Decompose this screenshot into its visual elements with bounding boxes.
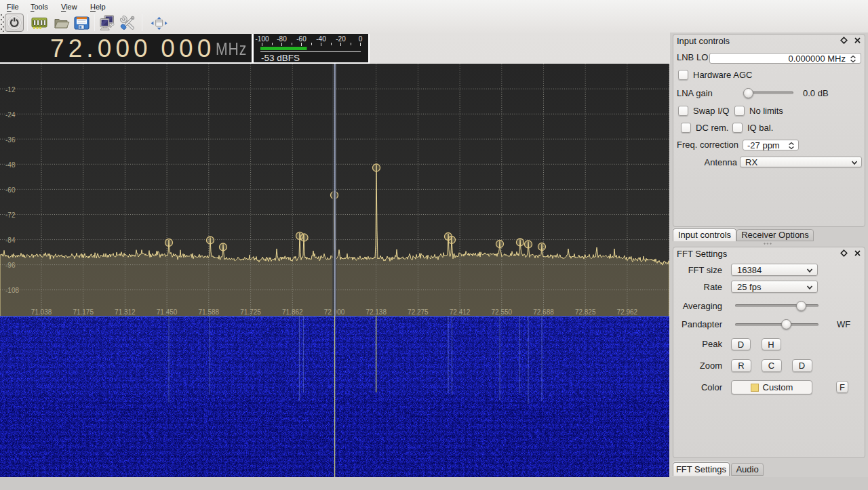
svg-text:-96: -96 [5, 262, 16, 269]
svg-text:-108: -108 [5, 287, 19, 294]
svg-text:71.038: 71.038 [31, 308, 52, 316]
svg-text:72.275: 72.275 [408, 308, 429, 316]
svg-text:71.862: 71.862 [282, 308, 303, 316]
svg-text:-84: -84 [5, 237, 16, 244]
svg-text:72.962: 72.962 [617, 308, 638, 316]
svg-text:71.588: 71.588 [199, 308, 220, 316]
svg-text:-72: -72 [5, 211, 16, 219]
svg-text:0: 0 [359, 35, 363, 43]
svg-text:-48: -48 [5, 161, 16, 169]
svg-text:-20: -20 [336, 35, 346, 43]
svg-text:72.412: 72.412 [450, 308, 471, 316]
svg-text:72.825: 72.825 [575, 308, 596, 316]
svg-text:-36: -36 [5, 136, 16, 144]
svg-text:72.688: 72.688 [533, 308, 554, 316]
svg-text:-24: -24 [5, 111, 16, 119]
svg-text:-12: -12 [5, 86, 16, 94]
svg-text:-80: -80 [277, 35, 287, 43]
svg-text:72.550: 72.550 [492, 308, 513, 316]
svg-text:72.138: 72.138 [366, 308, 387, 316]
svg-text:-60: -60 [296, 35, 307, 43]
svg-text:-40: -40 [316, 35, 326, 43]
svg-text:71.312: 71.312 [115, 308, 136, 316]
svg-text:71.725: 71.725 [240, 308, 261, 316]
svg-text:71.450: 71.450 [157, 308, 178, 316]
svg-text:-60: -60 [5, 186, 16, 194]
svg-text:-53 dBFS: -53 dBFS [261, 53, 300, 63]
svg-text:71.175: 71.175 [73, 308, 94, 316]
svg-text:-100: -100 [255, 35, 269, 43]
